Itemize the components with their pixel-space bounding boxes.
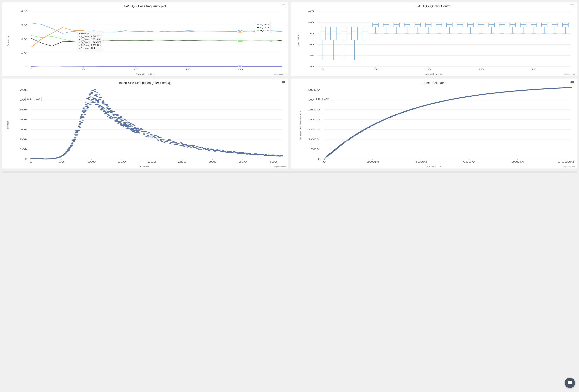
svg-point-826 bbox=[249, 153, 251, 154]
x-axis-label: Nucleotide position bbox=[292, 73, 575, 75]
svg-point-576 bbox=[125, 122, 127, 123]
svg-point-574 bbox=[125, 124, 127, 125]
svg-rect-189 bbox=[563, 23, 568, 27]
svg-text:5: 5 bbox=[374, 68, 377, 71]
svg-rect-75 bbox=[362, 27, 368, 40]
svg-rect-93 bbox=[394, 23, 399, 27]
svg-point-506 bbox=[111, 118, 114, 119]
svg-point-534 bbox=[116, 114, 119, 115]
svg-point-743 bbox=[199, 147, 201, 148]
svg-text:400M: 400M bbox=[415, 161, 427, 163]
svg-point-705 bbox=[176, 144, 178, 145]
svg-point-373 bbox=[85, 102, 87, 102]
svg-point-650 bbox=[143, 134, 145, 135]
svg-text:150M: 150M bbox=[308, 128, 321, 131]
svg-text:15: 15 bbox=[478, 68, 484, 71]
svg-text:0: 0 bbox=[25, 65, 27, 68]
svg-rect-63 bbox=[341, 27, 347, 40]
svg-point-465 bbox=[102, 102, 105, 103]
legend-item[interactable]: A_Count bbox=[257, 23, 269, 26]
credit-link[interactable]: Highcharts.com bbox=[563, 166, 575, 168]
svg-text:0: 0 bbox=[323, 161, 326, 163]
svg-point-582 bbox=[126, 124, 129, 124]
svg-point-459 bbox=[101, 107, 104, 108]
svg-point-300 bbox=[69, 147, 71, 148]
svg-point-722 bbox=[186, 145, 189, 146]
svg-point-805 bbox=[237, 152, 239, 153]
svg-point-694 bbox=[169, 140, 172, 141]
menu-icon[interactable] bbox=[282, 81, 285, 84]
svg-point-511 bbox=[112, 117, 114, 118]
svg-point-432 bbox=[96, 96, 98, 97]
svg-point-649 bbox=[143, 133, 145, 134]
svg-point-912 bbox=[329, 153, 332, 154]
svg-point-374 bbox=[84, 110, 86, 111]
svg-point-673 bbox=[157, 136, 159, 137]
svg-point-386 bbox=[87, 103, 89, 104]
svg-text:600M: 600M bbox=[463, 161, 476, 163]
svg-point-356 bbox=[81, 122, 83, 123]
svg-text:20: 20 bbox=[237, 68, 243, 71]
svg-rect-183 bbox=[552, 23, 558, 27]
chart-title: Preseq Estimates bbox=[292, 81, 575, 85]
svg-point-551 bbox=[120, 116, 122, 117]
svg-point-388 bbox=[87, 107, 89, 108]
svg-point-347 bbox=[79, 127, 81, 128]
svg-point-471 bbox=[104, 111, 106, 112]
svg-point-312 bbox=[72, 143, 74, 144]
svg-point-571 bbox=[124, 123, 126, 124]
svg-text:100: 100 bbox=[87, 161, 96, 163]
svg-rect-57 bbox=[330, 27, 336, 40]
credit-link[interactable]: Highcharts.com bbox=[274, 73, 287, 75]
legend-box[interactable]: DE_FoxA2 bbox=[25, 97, 42, 101]
menu-icon[interactable] bbox=[571, 4, 574, 7]
svg-point-323 bbox=[74, 140, 76, 141]
svg-point-489 bbox=[107, 106, 109, 107]
credit-link[interactable]: Highcharts.com bbox=[563, 73, 575, 75]
legend-item[interactable]: G_Count bbox=[257, 29, 269, 32]
svg-point-480 bbox=[106, 109, 108, 110]
svg-point-343 bbox=[78, 126, 80, 127]
x-axis-label: Nucleotide position bbox=[4, 73, 287, 75]
svg-text:20: 20 bbox=[531, 68, 537, 71]
svg-point-878 bbox=[281, 156, 283, 157]
svg-point-913 bbox=[331, 152, 333, 153]
svg-text:250M: 250M bbox=[308, 108, 321, 111]
svg-text:5: 5 bbox=[82, 68, 85, 71]
svg-point-326 bbox=[74, 134, 77, 135]
y-axis-label: Expected distinct reads count bbox=[299, 111, 301, 140]
svg-point-680 bbox=[161, 141, 163, 142]
svg-point-684 bbox=[163, 142, 165, 143]
svg-rect-141 bbox=[478, 23, 484, 27]
menu-icon[interactable] bbox=[571, 81, 574, 84]
legend-box[interactable]: A_Count C_Count G_Count bbox=[255, 22, 271, 33]
svg-point-508 bbox=[112, 113, 114, 114]
svg-text:200: 200 bbox=[148, 161, 156, 163]
legend-item[interactable]: C_Count bbox=[257, 26, 269, 29]
svg-point-466 bbox=[103, 110, 105, 111]
menu-icon[interactable] bbox=[282, 4, 285, 7]
svg-point-659 bbox=[148, 132, 151, 133]
svg-text:50k: 50k bbox=[19, 108, 27, 111]
svg-point-688 bbox=[166, 141, 168, 142]
legend-box[interactable]: DE_FoxA2 bbox=[314, 97, 330, 101]
svg-point-381 bbox=[85, 110, 87, 111]
chart-title: Insert Size Distribution (after filterin… bbox=[4, 81, 287, 85]
svg-point-400 bbox=[90, 96, 92, 97]
svg-point-703 bbox=[175, 143, 177, 144]
svg-point-442 bbox=[98, 94, 100, 95]
panel-quality-control: FASTQ 2 Quality Control Quality score 20… bbox=[291, 2, 577, 76]
svg-text:250: 250 bbox=[178, 161, 187, 163]
svg-text:10: 10 bbox=[133, 68, 139, 71]
svg-point-345 bbox=[78, 121, 81, 122]
svg-rect-81 bbox=[373, 23, 378, 27]
svg-text:200M: 200M bbox=[366, 161, 379, 163]
svg-point-727 bbox=[190, 147, 192, 148]
svg-point-360 bbox=[81, 111, 84, 112]
svg-rect-111 bbox=[425, 23, 431, 27]
svg-point-441 bbox=[97, 102, 99, 103]
svg-point-720 bbox=[185, 144, 187, 145]
svg-point-664 bbox=[151, 135, 153, 136]
credit-link[interactable]: Highcharts.com bbox=[274, 166, 287, 168]
svg-point-910 bbox=[327, 155, 329, 156]
